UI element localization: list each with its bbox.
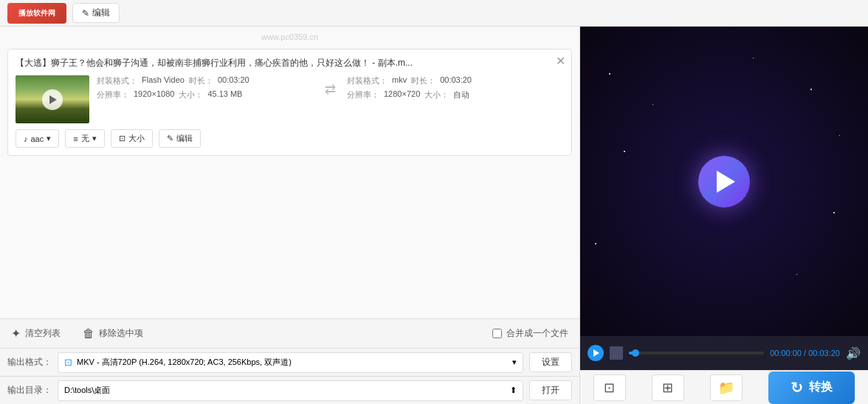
edit-icon: ✎ bbox=[82, 8, 89, 18]
close-button[interactable]: ✕ bbox=[556, 54, 565, 68]
format-bar: 输出格式： ⊡ MKV - 高清720P (H.264, 1280x720; A… bbox=[0, 348, 579, 376]
star-decoration bbox=[753, 58, 754, 58]
file-card-body: 封装格式： Flash Video 时长： 00:03:20 分辨率： 1920… bbox=[16, 75, 564, 123]
subtitle-icon: ≡ bbox=[73, 134, 78, 143]
open-folder-button[interactable]: 打开 bbox=[529, 380, 572, 400]
trash-icon: 🗑 bbox=[83, 327, 94, 340]
subtitle-select-button[interactable]: ≡ 无 ▾ bbox=[65, 129, 104, 148]
progress-thumb[interactable] bbox=[632, 349, 639, 357]
target-res-row: 分辨率： 1280×720 大小： 自动 bbox=[347, 89, 564, 100]
gallery-button[interactable]: ⊞ bbox=[652, 374, 684, 401]
clear-list-button[interactable]: ✦ 清空列表 bbox=[11, 326, 61, 340]
bottom-toolbar: ✦ 清空列表 🗑 移除选中项 合并成一个文件 bbox=[0, 318, 579, 348]
right-panel: 00:00:00 / 00:03:20 🔊 ⊡ ⊞ 📁 bbox=[580, 27, 868, 404]
logo-text: 播放软件网 bbox=[18, 8, 55, 18]
thumbnail-play-button[interactable] bbox=[42, 89, 63, 110]
file-card: ✕ 【大逃】狮子王？他会和狮子沟通，却被南非捕狮行业利用，痛心疾首的他，只好这么… bbox=[7, 49, 572, 156]
format-chevron-icon: ▾ bbox=[512, 357, 517, 367]
file-title: 【大逃】狮子王？他会和狮子沟通，却被南非捕狮行业利用，痛心疾首的他，只好这么做！… bbox=[16, 57, 564, 69]
card-edit-button[interactable]: ✎ 编辑 bbox=[159, 129, 201, 148]
merge-checkbox[interactable] bbox=[492, 329, 502, 338]
progress-bar[interactable] bbox=[629, 352, 764, 355]
output-bar: 输出目录： D:\tools\桌面 ⬆ 打开 bbox=[0, 376, 579, 404]
arrow-icon: ⇄ bbox=[321, 81, 340, 97]
star-decoration bbox=[839, 135, 840, 136]
star-decoration bbox=[810, 89, 812, 90]
source-info: 封装格式： Flash Video 时长： 00:03:20 分辨率： 1920… bbox=[97, 75, 314, 103]
folder-button[interactable]: 📁 bbox=[710, 374, 743, 401]
stop-button[interactable] bbox=[610, 346, 623, 360]
format-select[interactable]: ⊡ MKV - 高清720P (H.264, 1280x720; AC3, 25… bbox=[58, 352, 523, 373]
size-icon: ⊡ bbox=[119, 134, 125, 143]
player-controls: 00:00:00 / 00:03:20 🔊 bbox=[580, 336, 868, 370]
subtitle-chevron: ▾ bbox=[92, 134, 97, 143]
screenshot-button[interactable]: ⊡ bbox=[593, 374, 626, 401]
card-edit-icon: ✎ bbox=[167, 134, 173, 143]
upload-icon: ⬆ bbox=[510, 386, 517, 395]
app-logo: 播放软件网 bbox=[7, 3, 66, 24]
play-button[interactable] bbox=[588, 345, 604, 361]
output-dir-display[interactable]: D:\tools\桌面 ⬆ bbox=[58, 380, 523, 401]
star-decoration bbox=[796, 274, 797, 275]
target-format-row: 封装格式： mkv 时长： 00:03:20 bbox=[347, 75, 564, 86]
screenshot-icon: ⊡ bbox=[604, 380, 615, 396]
star-decoration bbox=[624, 151, 625, 152]
merge-checkbox-group: 合并成一个文件 bbox=[492, 327, 568, 340]
star-decoration bbox=[833, 212, 835, 213]
audio-icon: ♪ bbox=[24, 134, 28, 143]
file-card-area: www.pc0359.cn ✕ 【大逃】狮子王？他会和狮子沟通，却被南非捕狮行业… bbox=[0, 27, 579, 318]
output-label: 输出目录： bbox=[7, 384, 52, 397]
convert-button[interactable]: ↻ 转换 bbox=[768, 372, 855, 404]
source-res-row: 分辨率： 1920×1080 大小： 45.13 MB bbox=[97, 89, 314, 100]
format-icon: ⊡ bbox=[64, 357, 72, 368]
gallery-icon: ⊞ bbox=[662, 380, 673, 396]
star-decoration bbox=[652, 104, 653, 105]
star-decoration bbox=[609, 73, 610, 75]
source-format-row: 封装格式： Flash Video 时长： 00:03:20 bbox=[97, 75, 314, 86]
format-label: 输出格式： bbox=[7, 356, 52, 369]
time-display: 00:00:00 / 00:03:20 bbox=[770, 349, 840, 357]
file-info-section: 封装格式： Flash Video 时长： 00:03:20 分辨率： 1920… bbox=[97, 75, 564, 103]
left-panel: www.pc0359.cn ✕ 【大逃】狮子王？他会和狮子沟通，却被南非捕狮行业… bbox=[0, 27, 580, 404]
star-decoration bbox=[595, 243, 596, 244]
right-bottom-toolbar: ⊡ ⊞ 📁 ↻ 转换 bbox=[580, 370, 868, 404]
preview-play-button[interactable] bbox=[698, 156, 750, 208]
audio-chevron: ▾ bbox=[46, 134, 51, 143]
file-controls: ♪ aac ▾ ≡ 无 ▾ ⊡ 大小 bbox=[16, 129, 564, 148]
size-button[interactable]: ⊡ 大小 bbox=[111, 129, 153, 148]
audio-select-button[interactable]: ♪ aac ▾ bbox=[16, 129, 59, 148]
main-layout: www.pc0359.cn ✕ 【大逃】狮子王？他会和狮子沟通，却被南非捕狮行业… bbox=[0, 27, 868, 404]
format-settings-button[interactable]: 设置 bbox=[529, 352, 572, 372]
watermark: www.pc0359.cn bbox=[261, 32, 318, 41]
clear-icon: ✦ bbox=[11, 326, 21, 340]
target-info: 封装格式： mkv 时长： 00:03:20 分辨率： 1280×720 大小： bbox=[347, 75, 564, 103]
convert-icon: ↻ bbox=[790, 379, 803, 397]
volume-icon[interactable]: 🔊 bbox=[846, 346, 861, 360]
remove-selected-button[interactable]: 🗑 移除选中项 bbox=[83, 327, 143, 340]
preview-area bbox=[580, 27, 868, 336]
folder-icon: 📁 bbox=[718, 380, 734, 396]
top-bar: 播放软件网 ✎ 编辑 bbox=[0, 0, 868, 27]
file-thumbnail bbox=[16, 75, 89, 123]
edit-button[interactable]: ✎ 编辑 bbox=[72, 3, 120, 23]
